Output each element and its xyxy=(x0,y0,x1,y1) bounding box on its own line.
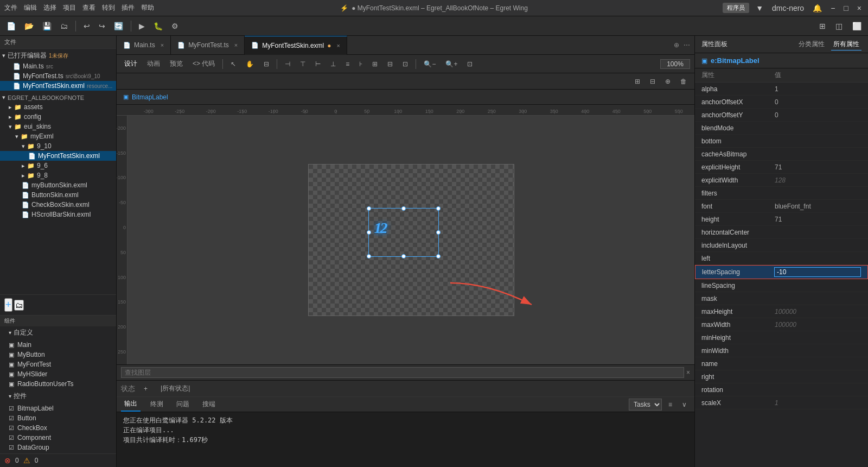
select-tool-btn[interactable]: ↖ xyxy=(227,59,239,69)
handle-br[interactable] xyxy=(436,254,441,258)
tab-close-myfonttest[interactable]: × xyxy=(234,42,238,48)
state-all-button[interactable]: |所有状态| xyxy=(156,383,194,394)
tab-more-icon[interactable]: ⋯ xyxy=(684,41,690,49)
user-dropdown-icon[interactable]: ▼ xyxy=(754,3,765,14)
handle-tr[interactable] xyxy=(436,206,441,211)
tab-myfonttest-skin[interactable]: 📄 MyFontTestSkin.exml ● × xyxy=(245,36,347,55)
folder-button[interactable]: 🗂 xyxy=(14,300,24,311)
canvas-tb-btn-1[interactable]: ⊞ xyxy=(631,77,643,86)
align-extra-btn[interactable]: ⊡ xyxy=(399,59,411,69)
comp-item-myfonttest[interactable]: ▣ MyFontTest xyxy=(0,359,116,369)
file-item-skin-tree[interactable]: 📄 MyFontTestSkin.exml xyxy=(0,151,116,161)
file-item-main[interactable]: 📄 Main.ts src xyxy=(0,61,116,71)
file-item-myfonttest-skin[interactable]: 📄 MyFontTestSkin.exml resource... xyxy=(0,81,116,91)
prop-value-explicitheight[interactable]: 71 xyxy=(775,163,861,171)
prop-value-font[interactable]: blueFont_fnt xyxy=(775,203,861,210)
project-header[interactable]: ▾ EGRET_ALLBOOKOFNOTE xyxy=(0,93,116,102)
prop-value-letterspacing[interactable]: -10 xyxy=(774,267,861,277)
handle-mr[interactable] xyxy=(436,230,441,235)
handle-ml[interactable] xyxy=(367,230,371,235)
open-editors-header[interactable]: ▾ 已打开编辑器 1未保存 xyxy=(0,50,116,61)
align-top-btn[interactable]: ⊥ xyxy=(327,59,339,69)
layout-full-button[interactable]: ⬜ xyxy=(849,20,865,33)
folder-myexml[interactable]: ▾ 📁 myExml xyxy=(0,131,116,141)
crop-tool-btn[interactable]: ⊟ xyxy=(260,59,272,69)
run-button[interactable]: ▶ xyxy=(136,20,148,33)
layout-split-button[interactable]: ⊞ xyxy=(816,20,829,33)
right-tab-all[interactable]: 所有属性 xyxy=(831,39,861,51)
add-state-button[interactable]: + xyxy=(139,384,152,394)
controls-section-header[interactable]: ▾ 控件 xyxy=(0,390,116,402)
comp-item-radiobtn[interactable]: ▣ RadioButtonUserTs xyxy=(0,379,116,389)
tasks-dropdown[interactable]: Tasks xyxy=(629,399,662,411)
menu-file[interactable]: 文件 xyxy=(4,3,17,12)
ctrl-item-button[interactable]: ☑ Button xyxy=(0,413,116,423)
prop-value-alpha[interactable]: 1 xyxy=(775,85,861,93)
menu-project[interactable]: 项目 xyxy=(63,3,76,12)
layout-toggle-button[interactable]: ◫ xyxy=(832,20,846,33)
menu-view[interactable]: 查看 xyxy=(82,3,95,12)
zoom-out-btn[interactable]: 🔍− xyxy=(420,59,439,69)
code-mode-btn[interactable]: <> 代码 xyxy=(189,58,218,70)
menu-select[interactable]: 选择 xyxy=(43,3,56,12)
tab-myfonttest[interactable]: 📄 MyFontTest.ts × xyxy=(171,36,245,55)
canvas-tb-btn-2[interactable]: ⊟ xyxy=(647,77,659,86)
user-role-badge[interactable]: 程序员 xyxy=(723,3,749,13)
menu-goto[interactable]: 转到 xyxy=(102,3,115,12)
preview-mode-btn[interactable]: 预览 xyxy=(167,58,186,70)
refresh-button[interactable]: 🔄 xyxy=(111,20,126,33)
output-tab-problem[interactable]: 问题 xyxy=(173,397,193,411)
win-close-button[interactable]: × xyxy=(855,3,864,14)
folder-assets[interactable]: ▸ 📁 assets xyxy=(0,102,116,112)
zoom-in-btn[interactable]: 🔍+ xyxy=(442,59,461,69)
handle-tl[interactable] xyxy=(367,206,371,211)
output-tab-terminal[interactable]: 搜端 xyxy=(199,397,219,411)
canvas-tb-btn-delete[interactable]: 🗑 xyxy=(677,77,690,86)
new-file-button[interactable]: 📄 xyxy=(3,20,19,33)
handle-bm[interactable] xyxy=(401,254,406,258)
handle-bl[interactable] xyxy=(367,254,371,258)
tab-close-main[interactable]: × xyxy=(161,42,164,48)
comp-item-main[interactable]: ▣ Main xyxy=(0,340,116,350)
align-center-btn[interactable]: ⊤ xyxy=(297,59,309,69)
add-component-button[interactable]: + xyxy=(4,298,12,312)
tab-close-skin[interactable]: × xyxy=(337,42,340,49)
redo-button[interactable]: ↪ xyxy=(95,20,108,33)
prop-value-explicitwidth[interactable]: 128 xyxy=(775,176,861,184)
ctrl-item-bitmaplabel[interactable]: ☑ BitmapLabel xyxy=(0,403,116,413)
canvas-tb-btn-copy[interactable]: ⊕ xyxy=(662,77,674,86)
align-bottom-btn[interactable]: ⊦ xyxy=(356,59,366,69)
prop-value-scalex[interactable]: 1 xyxy=(775,399,861,407)
custom-section-header[interactable]: ▾ 自定义 xyxy=(0,326,116,339)
right-tab-category[interactable]: 分类属性 xyxy=(796,39,827,51)
selected-bitmaplabel[interactable]: 12 xyxy=(368,208,439,257)
file-item-hscrollbar[interactable]: 📄 HScrollBarSkin.exml xyxy=(0,210,116,219)
prop-value-maxheight[interactable]: 100000 xyxy=(775,308,861,315)
folder-9_8[interactable]: ▸ 📁 9_8 xyxy=(0,171,116,180)
animation-mode-btn[interactable]: 动画 xyxy=(144,58,163,70)
undo-button[interactable]: ↩ xyxy=(80,20,93,33)
open-file-button[interactable]: 📂 xyxy=(21,20,37,33)
hand-tool-btn[interactable]: ✋ xyxy=(242,59,257,69)
prop-value-maxwidth[interactable]: 100000 xyxy=(775,321,861,329)
zoom-fit-btn[interactable]: ⊡ xyxy=(464,59,476,69)
folder-config[interactable]: ▸ 📁 config xyxy=(0,112,116,122)
output-tab-output[interactable]: 输出 xyxy=(121,397,141,412)
prop-value-anchoroffsety[interactable]: 0 xyxy=(775,111,861,119)
prop-value-height[interactable]: 71 xyxy=(775,216,861,223)
output-sort-btn[interactable]: ≡ xyxy=(665,400,675,409)
tab-main[interactable]: 📄 Main.ts × xyxy=(117,36,171,55)
file-item-buttonskin[interactable]: 📄 ButtonSkin.exml xyxy=(0,190,116,200)
menu-edit[interactable]: 编辑 xyxy=(24,3,37,12)
align-left-btn[interactable]: ⊣ xyxy=(282,59,293,69)
comp-item-myhslider[interactable]: ▣ MyHSlider xyxy=(0,369,116,379)
align-middle-btn[interactable]: ≡ xyxy=(342,59,353,69)
win-restore-button[interactable]: □ xyxy=(841,3,850,14)
save-button[interactable]: 💾 xyxy=(39,20,55,33)
folder-euiskins[interactable]: ▾ 📁 eui_skins xyxy=(0,122,116,131)
handle-tm[interactable] xyxy=(401,206,406,211)
layer-search-input[interactable] xyxy=(121,367,684,378)
ctrl-item-component[interactable]: ☑ Component xyxy=(0,433,116,443)
win-minimize-button[interactable]: − xyxy=(828,3,837,14)
error-icon[interactable]: ⊗ xyxy=(4,456,11,465)
